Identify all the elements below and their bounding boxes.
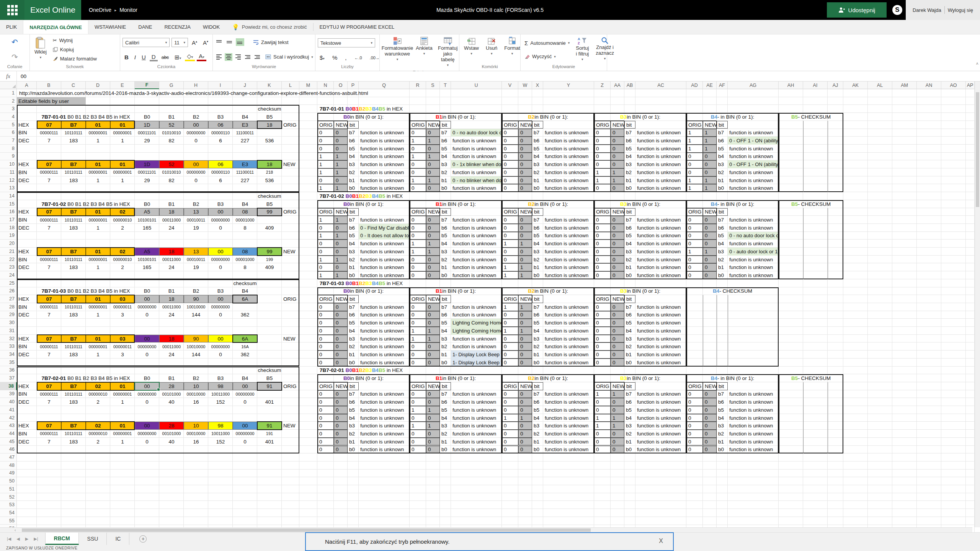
new-bit-cell[interactable]: 0 [518,319,532,327]
value-cell[interactable]: 00011000 [159,342,184,350]
new-bit-cell[interactable]: 0 [703,160,717,168]
value-cell[interactable]: B7 [61,160,86,168]
orig-bit-cell[interactable]: 0 [502,319,518,327]
first-sheet-icon[interactable]: |◀ [7,536,11,541]
orig-bit-cell[interactable]: 0 [410,414,426,422]
value-cell[interactable]: 00000000 [233,390,257,398]
orig-bit-cell[interactable]: 0 [317,303,334,311]
orig-bit-cell[interactable]: 1 [594,176,611,184]
new-bit-cell[interactable]: 1 [426,176,440,184]
sheet-nav-arrows[interactable]: |◀ ◀ ▶ ▶| [0,533,45,545]
new-bit-cell[interactable]: 0 [334,240,348,248]
orig-bit-cell[interactable]: 0 [686,216,703,224]
value-cell[interactable]: 00000001 [86,216,110,224]
row-header-20[interactable]: 20 [0,240,17,248]
column-header-AJ[interactable]: AJ [828,82,843,89]
new-bit-cell[interactable]: 0 [334,350,348,359]
value-cell[interactable]: 00000010 [86,430,110,438]
orig-bit-cell[interactable]: 0 [410,342,426,350]
row-header-17[interactable]: 17 [0,216,17,224]
orig-bit-cell[interactable]: 0 [686,430,703,438]
column-header-M[interactable]: M [299,82,317,89]
value-cell[interactable]: 00001000 [233,256,257,264]
orig-bit-cell[interactable]: 0 [317,311,334,319]
value-cell[interactable]: 18 [159,335,184,343]
value-cell[interactable]: 409 [257,224,282,232]
orig-bit-cell[interactable]: 0 [502,335,518,343]
value-cell[interactable]: 29 [135,137,159,145]
new-bit-cell[interactable]: 0 [426,216,440,224]
row-header-26[interactable]: 26 [0,287,17,295]
vertical-scrollbar-thumb[interactable] [976,92,979,207]
value-cell[interactable]: 07 [37,248,61,256]
value-cell[interactable]: 0 [208,311,233,319]
value-cell[interactable]: 10010000 [184,303,208,311]
paste-button[interactable]: Wklej▾ [32,36,49,63]
value-cell[interactable]: 191 [257,430,282,438]
new-bit-cell[interactable]: 0 [334,327,348,335]
new-bit-cell[interactable]: 0 [611,342,624,350]
new-bit-cell[interactable]: 0 [518,137,532,145]
new-bit-cell[interactable]: 0 [518,398,532,406]
new-bit-cell[interactable]: 0 [334,359,348,367]
orig-bit-cell[interactable]: 0 [410,438,426,446]
value-cell[interactable]: 11100011 [233,129,257,137]
row-header-22[interactable]: 22 [0,256,17,264]
value-cell[interactable]: 10100101 [135,256,159,264]
align-middle-icon[interactable] [225,38,234,46]
orig-bit-cell[interactable]: 1 [686,129,703,137]
row-header-27[interactable]: 27 [0,295,17,303]
value-cell[interactable]: 07 [37,160,61,168]
value-cell[interactable] [233,303,257,311]
column-header-N[interactable]: N [317,82,334,89]
new-bit-cell[interactable]: 0 [334,248,348,256]
value-cell[interactable]: 10110111 [61,216,86,224]
new-bit-cell[interactable]: 1 [703,129,717,137]
url-cell[interactable]: http://mazda3revolution.com/forums/2014-… [18,89,515,97]
new-bit-cell[interactable]: 1 [518,240,532,248]
value-cell[interactable]: 02 [86,422,110,430]
percent-button[interactable]: % [330,54,339,61]
horizontal-scrollbar-thumb[interactable] [22,528,591,532]
value-cell[interactable]: 91 [257,422,282,430]
value-cell[interactable]: 1 [86,224,110,232]
new-bit-cell[interactable]: 0 [703,438,717,446]
orig-bit-cell[interactable]: 0 [410,129,426,137]
row-header-8[interactable]: 8 [0,145,17,153]
font-color-button[interactable]: A▾ [197,54,206,61]
orig-bit-cell[interactable]: 0 [502,129,518,137]
new-bit-cell[interactable]: 0 [518,248,532,256]
value-cell[interactable]: 165 [135,224,159,232]
value-cell[interactable]: 00000000 [184,168,208,176]
value-cell[interactable]: 13 [184,248,208,256]
value-cell[interactable]: 00010011 [184,256,208,264]
orig-bit-cell[interactable]: 0 [594,335,611,343]
tab-edit-in-excel[interactable]: EDYTUJ W PROGRAMIE EXCEL [314,20,401,34]
new-bit-cell[interactable]: 0 [426,311,440,319]
orig-bit-cell[interactable]: 1 [410,327,426,335]
new-bit-cell[interactable]: 1 [334,184,348,192]
orig-bit-cell[interactable]: 1 [686,176,703,184]
orig-bit-cell[interactable]: 0 [686,232,703,240]
orig-bit-cell[interactable]: 0 [502,422,518,430]
value-cell[interactable]: 227 [233,137,257,145]
row-header-3[interactable]: 3 [0,105,17,113]
value-cell[interactable]: 1 [110,137,135,145]
column-header-AL[interactable]: AL [868,82,892,89]
value-cell[interactable]: B7 [61,422,86,430]
orig-bit-cell[interactable]: 0 [410,350,426,359]
value-cell[interactable]: 00010011 [184,216,208,224]
new-bit-cell[interactable]: 0 [334,311,348,319]
row-header-53[interactable]: 53 [0,501,17,509]
orig-bit-cell[interactable]: 0 [317,350,334,359]
skype-button[interactable]: S [889,0,906,20]
orig-bit-cell[interactable]: 0 [594,359,611,367]
value-cell[interactable]: 18 [159,248,184,256]
value-cell[interactable]: E3 [233,121,257,129]
value-cell[interactable]: 82 [159,176,184,184]
new-bit-cell[interactable]: 0 [611,160,624,168]
value-cell[interactable]: 01 [110,160,135,168]
select-all-corner[interactable] [0,82,17,89]
orig-bit-cell[interactable]: 0 [594,398,611,406]
row-header-33[interactable]: 33 [0,342,17,350]
